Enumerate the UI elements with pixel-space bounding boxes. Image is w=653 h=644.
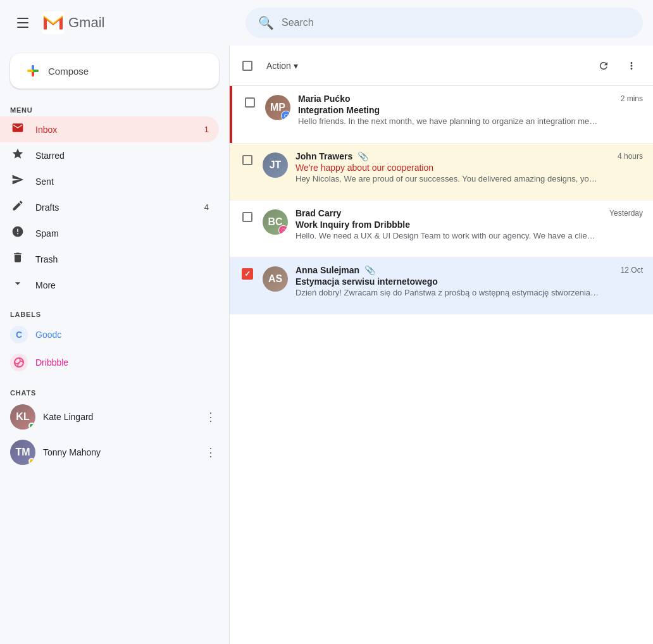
- send-icon: [10, 173, 25, 189]
- email-time-2: 4 hours: [618, 152, 643, 161]
- chevron-down-icon: [10, 277, 25, 293]
- action-chevron-icon: ▾: [294, 61, 298, 71]
- spam-label: Spam: [35, 228, 209, 238]
- email-preview-2: Hey Nicolas, We are proud of our success…: [295, 174, 599, 183]
- trash-label: Trash: [35, 254, 209, 264]
- email-preview-4: Dzień dobry! Zwracam się do Państwa z pr…: [295, 288, 599, 297]
- label-dribbble[interactable]: Dribbble: [0, 349, 219, 376]
- select-all-checkbox[interactable]: [240, 58, 255, 73]
- attachment-icon-4: 📎: [364, 265, 375, 275]
- star-icon: [10, 147, 25, 163]
- email-toolbar: Action ▾: [230, 46, 653, 86]
- attachment-icon-2: 📎: [358, 151, 368, 161]
- inbox-label: Inbox: [35, 125, 194, 135]
- sidebar-item-trash[interactable]: Trash: [0, 246, 219, 272]
- email-content-2: John Trawers 📎 4 hours We're happy about…: [295, 151, 643, 183]
- labels-section-label: LABELS: [0, 306, 229, 321]
- email-row-maria[interactable]: MP C Maria Pućko 2 mins Integration Meet…: [232, 86, 653, 143]
- email-time-4: 12 Oct: [621, 266, 643, 275]
- email-checkbox-4[interactable]: [240, 266, 255, 282]
- kate-avatar: KL: [10, 404, 35, 430]
- sender-name-2: John Trawers 📎: [295, 151, 368, 161]
- kate-more-button[interactable]: ⋮: [202, 407, 219, 426]
- tonny-more-button[interactable]: ⋮: [202, 443, 219, 462]
- refresh-icon: [598, 60, 609, 71]
- email-subject-4: Estymacja serwisu internetowego: [295, 276, 643, 287]
- anna-avatar: AS: [263, 266, 288, 292]
- drafts-count: 4: [204, 202, 209, 212]
- compose-button[interactable]: Compose: [10, 53, 219, 89]
- email-time-1: 2 mins: [621, 94, 643, 103]
- dribbble-icon: [10, 354, 28, 371]
- email-row-1-wrapper: MP C Maria Pućko 2 mins Integration Meet…: [230, 86, 653, 144]
- trash-icon: [10, 251, 25, 267]
- email-row-john[interactable]: JT John Trawers 📎 4 hours We're happy ab…: [230, 144, 653, 201]
- sidebar-item-more[interactable]: More: [0, 272, 219, 298]
- compose-plus-icon: [25, 63, 40, 78]
- email-subject-2: We're happy about our cooperation: [295, 163, 643, 173]
- hamburger-button[interactable]: [10, 10, 35, 35]
- maria-avatar: MP C: [265, 95, 290, 120]
- more-options-button[interactable]: [620, 54, 643, 77]
- email-row-anna[interactable]: AS Anna Sulejman 📎 12 Oct Estymacja serw…: [230, 257, 653, 314]
- spam-icon: [10, 225, 25, 241]
- email-time-3: Yesterday: [609, 209, 643, 218]
- main-body: Compose MENU Inbox 1 Starred Sent: [0, 46, 653, 644]
- goodc-icon: C: [10, 326, 28, 344]
- email-subject-1: Integration Meeting: [298, 105, 643, 115]
- email-checkbox-2[interactable]: [240, 152, 255, 168]
- email-checkbox-3[interactable]: [240, 209, 255, 225]
- sender-name-3: Brad Carry: [295, 208, 341, 218]
- sidebar-item-sent[interactable]: Sent: [0, 168, 219, 194]
- refresh-button[interactable]: [592, 54, 615, 77]
- chats-section-label: CHATS: [0, 384, 229, 399]
- svg-rect-4: [33, 70, 39, 72]
- header-left: Gmail: [10, 10, 238, 35]
- brad-avatar: BC ⬡: [263, 209, 288, 235]
- sent-label: Sent: [35, 176, 209, 187]
- email-list: Action ▾ MP C: [229, 46, 653, 644]
- email-content-1: Maria Pućko 2 mins Integration Meeting H…: [298, 94, 643, 126]
- checkbox-checked-indicator: [242, 268, 253, 280]
- starred-label: Starred: [35, 151, 209, 161]
- email-checkbox-1[interactable]: [242, 95, 258, 110]
- gmail-logo-text: Gmail: [68, 15, 104, 31]
- dribbble-badge: ⬡: [278, 225, 288, 235]
- menu-section-label: MENU: [0, 101, 229, 116]
- john-avatar: JT: [263, 152, 288, 178]
- sender-name-1: Maria Pućko: [298, 94, 350, 104]
- email-subject-3: Work Inquiry from Dribbble: [295, 220, 643, 230]
- sidebar-item-spam[interactable]: Spam: [0, 220, 219, 246]
- drafts-label: Drafts: [35, 202, 194, 213]
- sidebar-item-starred[interactable]: Starred: [0, 142, 219, 168]
- sidebar: Compose MENU Inbox 1 Starred Sent: [0, 46, 229, 644]
- sidebar-item-inbox[interactable]: Inbox 1: [0, 116, 219, 142]
- drafts-icon: [10, 199, 25, 215]
- label-goodc[interactable]: C Goodc: [0, 321, 219, 349]
- more-vert-icon: [626, 60, 637, 71]
- gmail-logo[interactable]: Gmail: [42, 11, 104, 34]
- gmail-m-icon: [42, 11, 65, 34]
- email-content-4: Anna Sulejman 📎 12 Oct Estymacja serwisu…: [295, 265, 643, 297]
- email-preview-1: Hello friends. In the next month, we hav…: [298, 116, 602, 126]
- header: Gmail 🔍: [0, 0, 653, 46]
- goodc-label: Goodc: [35, 330, 61, 340]
- action-label: Action: [266, 61, 291, 71]
- email-preview-3: Hello. We need a UX & UI Design Team to …: [295, 231, 599, 240]
- tonny-avatar: TM: [10, 440, 35, 465]
- inbox-count: 1: [204, 125, 209, 134]
- sidebar-item-drafts[interactable]: Drafts 4: [0, 194, 219, 220]
- compose-icon: [25, 63, 40, 78]
- chat-item-kate[interactable]: KL Kate Lingard ⋮: [0, 399, 229, 435]
- email-row-brad[interactable]: BC ⬡ Brad Carry Yesterday Work Inquiry f…: [230, 201, 653, 257]
- goodc-badge: C: [281, 111, 290, 120]
- search-icon: 🔍: [258, 15, 274, 30]
- search-bar[interactable]: 🔍: [246, 8, 643, 38]
- search-input[interactable]: [282, 17, 630, 28]
- action-button[interactable]: Action ▾: [260, 57, 304, 75]
- chat-item-tonny[interactable]: TM Tonny Mahony ⋮: [0, 435, 229, 470]
- online-indicator-tonny: [28, 458, 35, 464]
- more-label: More: [35, 280, 209, 290]
- online-indicator: [28, 423, 35, 429]
- inbox-icon: [10, 121, 25, 137]
